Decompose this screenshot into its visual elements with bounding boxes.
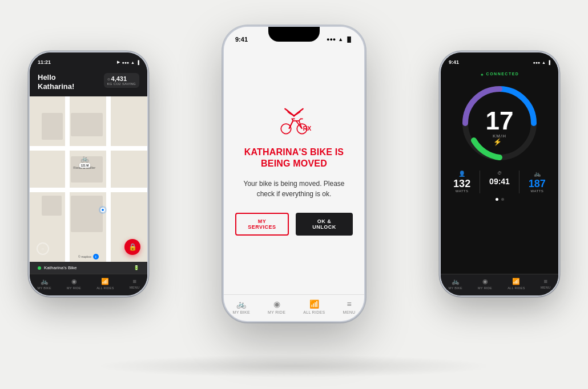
battery-status-icon: ▐ — [136, 60, 139, 64]
all-rides-tab-label: ALL RIDES — [96, 286, 114, 290]
lock-icon: 🔒 — [128, 243, 137, 251]
bike-watts-value: 187 — [529, 179, 546, 189]
building — [42, 113, 63, 139]
menu-tab-label: MENU — [130, 286, 139, 289]
map-road — [30, 146, 147, 151]
right-status-bar: 9:41 ●●● ▲ ▐ — [441, 52, 558, 68]
right-time: 9:41 — [449, 59, 459, 65]
center-signal-icon: ●●● — [327, 37, 336, 42]
speed-display: 17 KM/H — [486, 108, 514, 139]
dot-1 — [496, 198, 498, 201]
ride-tab-icon: ◉ — [71, 278, 77, 285]
center-tab-bar: 🚲 MY BIKE ◉ MY RIDE 📶 ALL RIDES ≡ MENU — [224, 294, 364, 321]
page-dots — [496, 198, 504, 201]
mapbox-attribution: © mapbox i — [78, 254, 99, 260]
center-bike-tab-label: MY BIKE — [233, 310, 250, 314]
my-services-button[interactable]: MY SERVICES — [235, 213, 289, 236]
center-all-rides-tab-icon: 📶 — [309, 299, 319, 309]
watts-label: WATTS — [456, 189, 469, 193]
right-tab-my-ride[interactable]: ◉ MY RIDE — [478, 278, 492, 290]
center-notch — [268, 27, 320, 42]
unlock-circle[interactable]: ○ — [37, 242, 49, 255]
center-status-icons: ●●● ▲ ▐▌ — [327, 37, 353, 42]
mapbox-logo: © mapbox — [78, 255, 91, 258]
center-tab-menu[interactable]: ≡ MENU — [343, 299, 356, 314]
phone-center: 9:41 ●●● ▲ ▐▌ — [223, 26, 365, 322]
right-stats: 👤 132 WATTS ⏱ 09:41 🚲 187 WATTs — [446, 171, 553, 193]
duration-value: 09:41 — [489, 177, 510, 185]
right-bike-tab-label: MY BIKE — [449, 286, 462, 290]
left-tab-bar: 🚲 MY BIKE ◉ MY RIDE 📶 ALL RIDES ≡ MENU — [30, 274, 147, 295]
center-bike-tab-icon: 🚲 — [236, 299, 246, 309]
bike-power-icon: 🚲 — [534, 171, 541, 177]
stat-watts: 👤 132 WATTS — [453, 171, 470, 193]
right-tab-all-rides[interactable]: 📶 ALL RIDES — [508, 278, 525, 290]
center-ride-tab-icon: ◉ — [273, 299, 280, 309]
center-tab-my-bike[interactable]: 🚲 MY BIKE — [233, 299, 250, 314]
right-tab-my-bike[interactable]: 🚲 MY BIKE — [449, 278, 462, 290]
co2-badge: ⊙ 4,431 KG CO2 SAVING — [104, 73, 139, 88]
center-tab-my-ride[interactable]: ◉ MY RIDE — [268, 299, 285, 314]
tab-my-ride[interactable]: ◉ MY RIDE — [67, 278, 81, 290]
brand-logo-svg: RX — [274, 106, 314, 137]
connected-label: CONNECTED — [486, 72, 519, 76]
center-action-buttons: MY SERVICES OK & UNLOCK — [235, 213, 353, 236]
right-bike-tab-icon: 🚲 — [452, 278, 460, 285]
svg-text:⚡: ⚡ — [493, 137, 502, 146]
bike-name: Katharina's Bike — [44, 265, 77, 270]
svg-point-0 — [293, 115, 295, 117]
center-ride-tab-label: MY RIDE — [268, 310, 285, 314]
center-content: RX KATHARINA'S BIKE ISBEING MOVED Your b… — [224, 47, 364, 294]
right-wifi-icon: ▲ — [542, 60, 546, 64]
right-ride-tab-icon: ◉ — [482, 278, 488, 285]
bike-status-bar: Katharina's Bike 🔋 — [30, 262, 147, 274]
center-battery-icon: ▐▌ — [345, 37, 353, 42]
building — [71, 113, 103, 136]
alert-title-text: KATHARINA'S BIKE ISBEING MOVED — [244, 147, 344, 168]
center-menu-tab-icon: ≡ — [347, 299, 351, 309]
ok-unlock-button[interactable]: OK & UNLOCK — [296, 213, 353, 236]
left-header: HelloKatharina! ⊙ 4,431 KG CO2 SAVING — [30, 68, 147, 96]
bike-watts-label: WATTs — [530, 189, 543, 193]
unlock-icon: ○ — [42, 246, 45, 252]
tab-menu[interactable]: ≡ MENU — [130, 278, 139, 290]
bluetooth-icon: ✦ — [480, 72, 484, 78]
phone-left: 11:21 ▶ ●●● ▲ ▐ HelloKatharina! ⊙ 4,431 … — [29, 51, 148, 297]
wifi-icon: ▲ — [131, 60, 135, 64]
alert-title: KATHARINA'S BIKE ISBEING MOVED — [244, 147, 344, 169]
center-all-rides-tab-label: ALL RIDES — [303, 310, 325, 314]
distance-tag: 121 M — [79, 163, 91, 168]
signal-icon: ●●● — [122, 60, 129, 64]
right-battery-icon: ▐ — [547, 60, 550, 64]
right-content: ✦ CONNECTED ⚡ — [441, 68, 558, 274]
speedometer-gauge: ⚡ 17 KM/H — [457, 80, 542, 166]
speed-number: 17 — [486, 108, 514, 133]
left-status-icons: ▶ ●●● ▲ ▐ — [117, 60, 139, 64]
info-button[interactable]: i — [93, 254, 99, 260]
right-notch — [482, 52, 517, 60]
lock-button[interactable]: 🔒 — [124, 239, 140, 255]
rx-logo: RX — [274, 106, 314, 137]
map-background: Riese & Müller 🚲 121 M © mapbox i — [30, 96, 147, 262]
tab-my-bike[interactable]: 🚲 MY BIKE — [38, 278, 51, 290]
battery-icon: 🔋 — [134, 265, 139, 270]
connection-dot — [38, 266, 41, 270]
tab-all-rides[interactable]: 📶 ALL RIDES — [96, 278, 114, 290]
right-status-icons: ●●● ▲ ▐ — [533, 60, 550, 64]
center-status-bar: 9:41 ●●● ▲ ▐▌ — [224, 27, 364, 47]
ground-shadow — [94, 355, 494, 378]
co2-label: KG CO2 SAVING — [107, 82, 136, 86]
right-menu-tab-label: MENU — [541, 286, 550, 289]
right-all-rides-tab-icon: 📶 — [512, 278, 520, 285]
location-icon: ▶ — [117, 60, 120, 64]
left-time: 11:21 — [38, 59, 51, 65]
watts-value: 132 — [453, 179, 470, 189]
stat-bike-watts: 🚲 187 WATTs — [529, 171, 546, 193]
building — [42, 196, 62, 216]
center-tab-all-rides[interactable]: 📶 ALL RIDES — [303, 299, 325, 314]
left-notch — [71, 52, 106, 60]
dot-2 — [501, 198, 504, 201]
right-all-rides-tab-label: ALL RIDES — [508, 286, 525, 290]
hello-text: HelloKatharina! — [38, 73, 74, 91]
right-tab-menu[interactable]: ≡ MENU — [541, 278, 550, 290]
